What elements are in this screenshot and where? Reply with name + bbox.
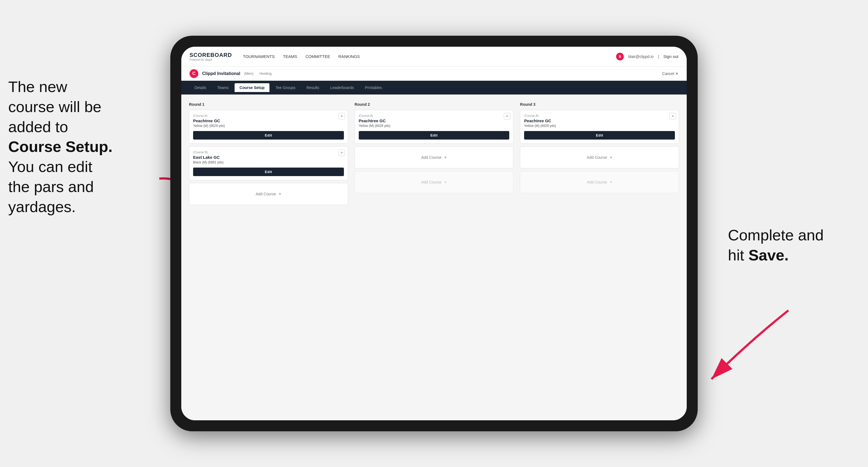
round2-course-a-card: ✕ (Course A) Peachtree GC Yellow (M) (66… [354,110,514,144]
brand: SCOREBOARD Powered by clippd [189,52,232,61]
round1-course-b-delete-button[interactable]: ✕ [338,150,345,156]
user-email: blair@clippd.io [628,54,653,59]
tab-course-setup[interactable]: Course Setup [235,83,270,92]
round1-course-b-tee: Black (M) (6891 yds) [193,160,344,164]
nav-right: B blair@clippd.io | Sign out [616,53,679,60]
round3-course-a-name: Peachtree GC [524,118,675,123]
round1-course-a-delete-button[interactable]: ✕ [338,113,345,120]
tab-leaderboards[interactable]: Leaderboards [325,83,359,92]
nav-committee[interactable]: COMMITTEE [305,53,330,60]
tournament-name: Clippd Invitational [202,71,240,76]
round3-course-a-tag: (Course A) [524,114,675,117]
tournament-logo: C [189,69,198,78]
round1-add-course-label: Add Course + [256,191,281,196]
round2-course-a-delete-button[interactable]: ✕ [504,113,510,120]
round1-add-course-button[interactable]: Add Course + [189,183,348,205]
round1-course-b-card: ✕ (Course B) East Lake GC Black (M) (689… [189,147,348,180]
round1-course-a-tee: Yellow (M) (6629 yds) [193,124,344,128]
tab-tee-groups[interactable]: Tee Groups [271,83,300,92]
tournament-left: C Clippd Invitational (Men) Hosting [189,69,272,78]
annotation-right: Complete and hit Save. [728,225,860,266]
top-nav: SCOREBOARD Powered by clippd TOURNAMENTS… [181,47,687,66]
round2-add-course-button[interactable]: Add Course + [354,147,514,168]
brand-title: SCOREBOARD [189,52,232,58]
cancel-button[interactable]: Cancel ✕ [662,71,679,76]
tablet-screen: SCOREBOARD Powered by clippd TOURNAMENTS… [181,47,687,420]
round3-add-course-disabled-label: Add Course + [587,180,612,185]
main-content: Round 1 ✕ (Course A) Peachtree GC Yellow… [181,94,687,420]
tab-details[interactable]: Details [189,83,211,92]
round1-course-a-tag: (Course A) [193,114,344,117]
round2-add-course-disabled-label: Add Course + [421,180,446,185]
round1-course-a-card: ✕ (Course A) Peachtree GC Yellow (M) (66… [189,110,348,144]
round2-add-course-disabled: Add Course + [354,171,514,193]
round2-course-a-name: Peachtree GC [359,118,509,123]
arrow-right-icon [698,302,802,384]
round-3-column: Round 3 ✕ (Course A) Peachtree GC Yellow… [520,102,679,413]
round3-add-course-button[interactable]: Add Course + [520,147,679,168]
round2-course-a-tag: (Course A) [359,114,509,117]
tab-printables[interactable]: Printables [360,83,387,92]
round3-add-course-disabled: Add Course + [520,171,679,193]
round3-course-a-edit-button[interactable]: Edit [524,131,675,139]
tournament-bar: C Clippd Invitational (Men) Hosting Canc… [181,66,687,81]
rounds-container: Round 1 ✕ (Course A) Peachtree GC Yellow… [189,102,679,413]
round2-add-course-label: Add Course + [421,155,446,160]
round-1-label: Round 1 [189,102,348,106]
tournament-hosting: Hosting [259,71,272,75]
round2-course-a-edit-button[interactable]: Edit [359,131,509,139]
sign-out-link[interactable]: Sign out [663,53,679,60]
nav-tournaments[interactable]: TOURNAMENTS [243,53,275,60]
tab-teams[interactable]: Teams [212,83,234,92]
tablet-device: SCOREBOARD Powered by clippd TOURNAMENTS… [170,36,698,431]
round-2-column: Round 2 ✕ (Course A) Peachtree GC Yellow… [354,102,514,413]
tab-bar: Details Teams Course Setup Tee Groups Re… [181,81,687,94]
round1-course-a-name: Peachtree GC [193,118,344,123]
round1-course-b-name: East Lake GC [193,155,344,160]
tournament-division: (Men) [244,71,253,75]
nav-left: SCOREBOARD Powered by clippd TOURNAMENTS… [189,52,360,61]
round1-course-b-edit-button[interactable]: Edit [193,167,344,176]
annotation-left: The new course will be added to Course S… [8,77,167,217]
pipe-separator: | [658,54,659,59]
avatar: B [616,53,624,60]
round2-course-a-tee: Yellow (M) (6629 yds) [359,124,509,128]
round3-add-course-label: Add Course + [587,155,612,160]
nav-rankings[interactable]: RANKINGS [338,53,360,60]
nav-teams[interactable]: TEAMS [283,53,297,60]
nav-links: TOURNAMENTS TEAMS COMMITTEE RANKINGS [243,53,360,60]
round-1-column: Round 1 ✕ (Course A) Peachtree GC Yellow… [189,102,348,413]
round3-course-a-delete-button[interactable]: ✕ [670,113,676,120]
round-2-label: Round 2 [354,102,514,106]
round1-course-a-edit-button[interactable]: Edit [193,131,344,139]
round3-course-a-card: ✕ (Course A) Peachtree GC Yellow (M) (66… [520,110,679,144]
round1-course-b-tag: (Course B) [193,151,344,154]
round-3-label: Round 3 [520,102,679,106]
round3-course-a-tee: Yellow (M) (6629 yds) [524,124,675,128]
brand-subtitle: Powered by clippd [189,58,232,61]
tab-results[interactable]: Results [301,83,324,92]
